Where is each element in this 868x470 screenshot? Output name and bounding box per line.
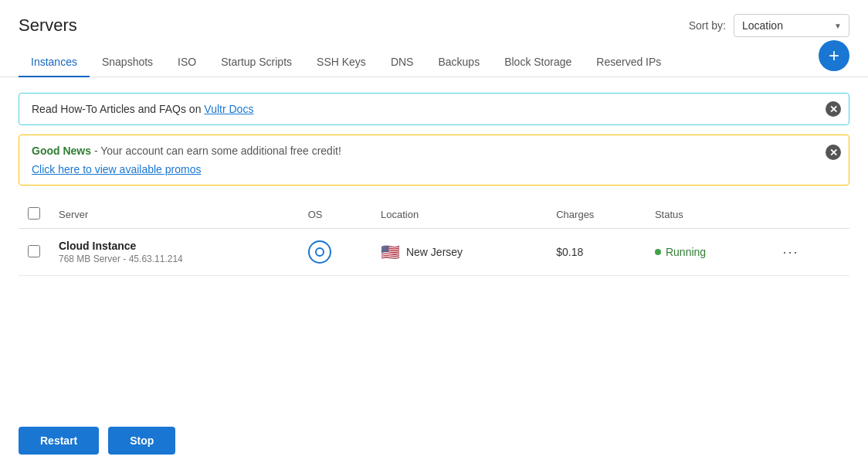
promo-banner-close[interactable]: ✕ bbox=[826, 145, 841, 160]
tab-ssh-keys[interactable]: SSH Keys bbox=[304, 48, 378, 77]
col-checkbox bbox=[19, 201, 49, 229]
tab-instances[interactable]: Instances bbox=[19, 48, 90, 77]
location-name: New Jersey bbox=[406, 246, 463, 258]
status-label: Running bbox=[666, 246, 706, 258]
table-body: Cloud Instance 768 MB Server - 45.63.11.… bbox=[19, 229, 849, 276]
status-dot-icon bbox=[655, 249, 661, 255]
header: Servers Sort by: Location Name Date Crea… bbox=[0, 0, 868, 48]
tab-dns[interactable]: DNS bbox=[378, 48, 426, 77]
row-actions-cell: ··· bbox=[767, 229, 849, 276]
stop-button[interactable]: Stop bbox=[108, 427, 175, 455]
col-os: OS bbox=[299, 201, 371, 229]
tab-block-storage[interactable]: Block Storage bbox=[492, 48, 584, 77]
tab-startup-scripts[interactable]: Startup Scripts bbox=[209, 48, 304, 77]
col-location: Location bbox=[371, 201, 547, 229]
page-title: Servers bbox=[19, 15, 77, 36]
col-actions bbox=[767, 201, 849, 229]
col-charges: Charges bbox=[547, 201, 646, 229]
row-more-button[interactable]: ··· bbox=[776, 241, 805, 264]
col-server: Server bbox=[49, 201, 299, 229]
tab-reserved-ips[interactable]: Reserved IPs bbox=[584, 48, 673, 77]
promo-title: Good News bbox=[32, 145, 91, 157]
row-checkbox-cell bbox=[19, 229, 49, 276]
col-status: Status bbox=[646, 201, 767, 229]
status-running: Running bbox=[655, 246, 758, 258]
table-row: Cloud Instance 768 MB Server - 45.63.11.… bbox=[19, 229, 849, 276]
row-checkbox[interactable] bbox=[28, 245, 40, 257]
add-instance-button[interactable]: + bbox=[819, 40, 849, 71]
row-location-cell: 🇺🇸 New Jersey bbox=[371, 229, 547, 276]
info-banner: Read How-To Articles and FAQs on Vultr D… bbox=[19, 93, 849, 125]
close-circle-icon: ✕ bbox=[826, 101, 841, 117]
info-banner-text: Read How-To Articles and FAQs on Vultr D… bbox=[32, 103, 253, 115]
tab-backups[interactable]: Backups bbox=[426, 48, 492, 77]
sort-select[interactable]: Location Name Date Created IP Address bbox=[734, 14, 849, 37]
location-cell: 🇺🇸 New Jersey bbox=[381, 243, 537, 261]
footer: Restart Stop bbox=[0, 411, 194, 470]
promo-subtitle: - Your account can earn some additional … bbox=[91, 145, 341, 157]
sort-by-container: Sort by: Location Name Date Created IP A… bbox=[689, 14, 849, 37]
vultr-docs-link[interactable]: Vultr Docs bbox=[204, 103, 253, 115]
table-header-row: Server OS Location Charges Status bbox=[19, 201, 849, 229]
servers-table: Server OS Location Charges Status Cloud … bbox=[19, 201, 849, 276]
close-circle-icon: ✕ bbox=[826, 145, 841, 160]
row-status-cell: Running bbox=[646, 229, 767, 276]
table-header: Server OS Location Charges Status bbox=[19, 201, 849, 229]
tabs-bar: Instances Snapshots ISO Startup Scripts … bbox=[0, 48, 868, 77]
promo-link[interactable]: Click here to view available promos bbox=[32, 163, 201, 175]
server-details: 768 MB Server - 45.63.11.214 bbox=[59, 254, 290, 264]
restart-button[interactable]: Restart bbox=[19, 427, 99, 455]
os-icon bbox=[308, 240, 331, 264]
sort-select-wrapper: Location Name Date Created IP Address bbox=[734, 14, 849, 37]
tab-iso[interactable]: ISO bbox=[165, 48, 209, 77]
sort-by-label: Sort by: bbox=[689, 19, 726, 32]
promo-banner-content: Good News - Your account can earn some a… bbox=[32, 145, 818, 175]
page: Servers Sort by: Location Name Date Crea… bbox=[0, 0, 868, 470]
server-name: Cloud Instance bbox=[59, 240, 290, 252]
tab-snapshots[interactable]: Snapshots bbox=[90, 48, 165, 77]
select-all-checkbox[interactable] bbox=[28, 207, 40, 220]
row-charges-cell: $0.18 bbox=[547, 229, 646, 276]
info-banner-close[interactable]: ✕ bbox=[826, 101, 841, 117]
servers-table-section: Server OS Location Charges Status Cloud … bbox=[0, 186, 868, 276]
os-inner-circle bbox=[315, 247, 324, 257]
row-os-cell bbox=[299, 229, 371, 276]
location-flag: 🇺🇸 bbox=[381, 243, 400, 261]
banners-container: Read How-To Articles and FAQs on Vultr D… bbox=[0, 77, 868, 186]
promo-banner: Good News - Your account can earn some a… bbox=[19, 135, 849, 186]
row-server-cell: Cloud Instance 768 MB Server - 45.63.11.… bbox=[49, 229, 299, 276]
